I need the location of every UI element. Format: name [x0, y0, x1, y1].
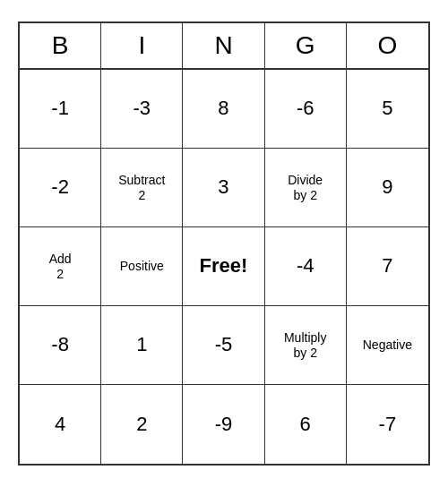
- bingo-cell: -7: [347, 385, 428, 464]
- bingo-cell: Multiplyby 2: [265, 306, 347, 385]
- bingo-cell: -5: [183, 306, 264, 385]
- bingo-cell: 3: [183, 149, 264, 227]
- bingo-cell: -1: [20, 70, 101, 149]
- bingo-card: BINGO -1-38-65-2Subtract23Divideby 29Add…: [18, 21, 430, 466]
- bingo-cell: 9: [347, 149, 428, 227]
- bingo-cell: 5: [347, 70, 428, 149]
- bingo-cell: Add2: [20, 227, 101, 306]
- bingo-cell: 8: [183, 70, 264, 149]
- header-letter: B: [20, 23, 101, 68]
- bingo-cell: Free!: [183, 227, 264, 306]
- bingo-cell: 4: [20, 385, 101, 464]
- bingo-cell: Negative: [347, 306, 428, 385]
- bingo-header: BINGO: [20, 23, 428, 70]
- bingo-cell: -4: [265, 227, 347, 306]
- bingo-cell: 7: [347, 227, 428, 306]
- header-letter: I: [101, 23, 183, 68]
- header-letter: G: [265, 23, 347, 68]
- bingo-cell: Divideby 2: [265, 149, 347, 227]
- header-letter: N: [183, 23, 264, 68]
- bingo-cell: 2: [101, 385, 183, 464]
- bingo-cell: -2: [20, 149, 101, 227]
- bingo-cell: Subtract2: [101, 149, 183, 227]
- bingo-cell: -9: [183, 385, 264, 464]
- bingo-cell: 6: [265, 385, 347, 464]
- bingo-cell: -6: [265, 70, 347, 149]
- bingo-grid: -1-38-65-2Subtract23Divideby 29Add2Posit…: [20, 70, 428, 464]
- bingo-cell: Positive: [101, 227, 183, 306]
- header-letter: O: [347, 23, 428, 68]
- bingo-cell: 1: [101, 306, 183, 385]
- bingo-cell: -8: [20, 306, 101, 385]
- bingo-cell: -3: [101, 70, 183, 149]
